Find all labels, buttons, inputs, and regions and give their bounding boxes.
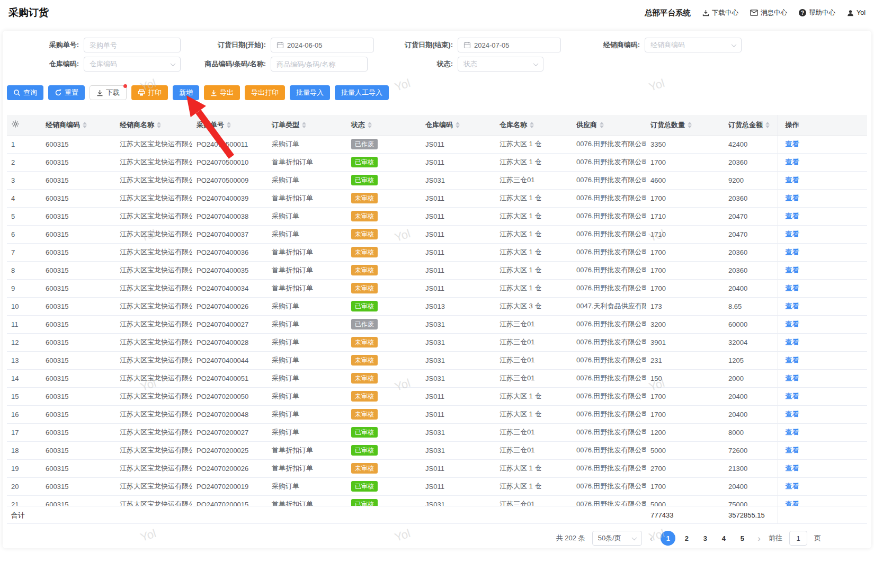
supplier: 0076.田野批发有限公司 bbox=[572, 243, 646, 261]
total-qty: 1700 bbox=[646, 387, 724, 405]
export-button[interactable]: 导出 bbox=[204, 85, 240, 100]
sort-icon[interactable] bbox=[227, 122, 231, 128]
view-link[interactable]: 查看 bbox=[786, 410, 799, 418]
view-link[interactable]: 查看 bbox=[786, 284, 799, 292]
view-link[interactable]: 查看 bbox=[786, 374, 799, 382]
page-button-4[interactable]: 4 bbox=[716, 531, 731, 546]
batch-manual-import-button[interactable]: 批量人工导入 bbox=[335, 85, 389, 100]
status-cell: 已审核 bbox=[347, 171, 421, 189]
batch-import-button[interactable]: 批量导入 bbox=[290, 85, 330, 100]
reset-button[interactable]: 重置 bbox=[48, 85, 85, 100]
download-button[interactable]: 下载 bbox=[90, 85, 127, 100]
column-header[interactable]: 供应商 bbox=[572, 115, 646, 135]
help-center-link[interactable]: ? 帮助中心 bbox=[799, 8, 835, 17]
status-select[interactable]: 状态 bbox=[458, 57, 543, 72]
column-header[interactable]: 订货总金额 bbox=[724, 115, 778, 135]
view-link[interactable]: 查看 bbox=[786, 500, 799, 506]
view-link[interactable]: 查看 bbox=[786, 464, 799, 472]
order-type: 采购订单 bbox=[267, 207, 347, 225]
content-card: 采购单号: 订货日期(开始): 2024-06-05 订货日期(结束): 202… bbox=[3, 31, 871, 548]
table-row: 10600315江苏大区宝龙快运有限公…PO24070400026采购订单已审核… bbox=[7, 297, 867, 315]
table-row: 16600315江苏大区宝龙快运有限公…PO24070200048采购订单未审核… bbox=[7, 405, 867, 423]
batch-manual-import-label: 批量人工导入 bbox=[341, 88, 382, 97]
status-badge: 未审核 bbox=[351, 355, 378, 366]
column-header[interactable]: 仓库编码 bbox=[421, 115, 495, 135]
status-cell: 已审核 bbox=[347, 441, 421, 459]
view-link[interactable]: 查看 bbox=[786, 356, 799, 364]
query-button[interactable]: 查询 bbox=[7, 85, 43, 100]
table-row: 9600315江苏大区宝龙快运有限公…PO24070400034首单折扣订单未审… bbox=[7, 279, 867, 297]
total-qty: 5000 bbox=[646, 441, 724, 459]
column-header[interactable]: 采购单号 bbox=[192, 115, 267, 135]
next-page-button[interactable]: › bbox=[756, 534, 762, 543]
view-link[interactable]: 查看 bbox=[786, 482, 799, 490]
purchase-no-input[interactable] bbox=[84, 38, 181, 52]
action-cell: 查看 bbox=[778, 405, 867, 423]
page-button-5[interactable]: 5 bbox=[735, 531, 750, 546]
user-menu[interactable]: Yol bbox=[847, 9, 866, 16]
date-start-input[interactable]: 2024-06-05 bbox=[271, 38, 374, 52]
po-number: PO24070400037 bbox=[192, 225, 267, 243]
column-header[interactable]: 订货总数量 bbox=[646, 115, 724, 135]
column-settings-button[interactable] bbox=[7, 115, 41, 135]
view-link[interactable]: 查看 bbox=[786, 266, 799, 274]
row-index: 12 bbox=[7, 333, 41, 351]
sort-icon[interactable] bbox=[456, 122, 460, 128]
action-cell: 查看 bbox=[778, 315, 867, 333]
message-center-link[interactable]: 消息中心 bbox=[750, 8, 787, 17]
download-center-link[interactable]: 下载中心 bbox=[702, 8, 738, 17]
sort-icon[interactable] bbox=[600, 122, 604, 128]
sort-icon[interactable] bbox=[530, 122, 534, 128]
view-link[interactable]: 查看 bbox=[786, 446, 799, 454]
view-link[interactable]: 查看 bbox=[786, 338, 799, 346]
view-link[interactable]: 查看 bbox=[786, 158, 799, 166]
view-link[interactable]: 查看 bbox=[786, 302, 799, 310]
add-button[interactable]: 新增 bbox=[173, 85, 199, 100]
view-link[interactable]: 查看 bbox=[786, 320, 799, 328]
view-link[interactable]: 查看 bbox=[786, 230, 799, 238]
table-row: 2600315江苏大区宝龙快运有限公…PO24070500010首单折扣订单已审… bbox=[7, 153, 867, 171]
total-qty: 3901 bbox=[646, 333, 724, 351]
page-button-3[interactable]: 3 bbox=[698, 531, 712, 546]
dealer-code: 600315 bbox=[41, 423, 115, 441]
dealer-code-select[interactable]: 经销商编码 bbox=[645, 38, 742, 52]
page-button-1[interactable]: 1 bbox=[661, 531, 675, 546]
po-number: PO24070200026 bbox=[192, 459, 267, 477]
view-link[interactable]: 查看 bbox=[786, 194, 799, 202]
po-number: PO24070400038 bbox=[192, 207, 267, 225]
sort-icon[interactable] bbox=[368, 122, 372, 128]
sort-icon[interactable] bbox=[688, 122, 692, 128]
column-header[interactable]: 经销商编码 bbox=[41, 115, 115, 135]
total-amount: 60000 bbox=[724, 315, 778, 333]
view-link[interactable]: 查看 bbox=[786, 392, 799, 400]
status-badge: 未审核 bbox=[351, 265, 378, 275]
goto-page-input[interactable] bbox=[789, 531, 807, 546]
warehouse-code-select[interactable]: 仓库编码 bbox=[84, 57, 181, 72]
sort-icon[interactable] bbox=[765, 122, 770, 128]
dealer-name: 江苏大区宝龙快运有限公… bbox=[115, 477, 192, 495]
warehouse-name: 江苏三仓01 bbox=[495, 441, 572, 459]
view-link[interactable]: 查看 bbox=[786, 212, 799, 220]
supplier: 0076.田野批发有限公司 bbox=[572, 369, 646, 387]
column-header[interactable]: 状态 bbox=[347, 115, 421, 135]
view-link[interactable]: 查看 bbox=[786, 248, 799, 256]
column-header[interactable]: 订单类型 bbox=[267, 115, 347, 135]
print-button[interactable]: 打印 bbox=[131, 85, 168, 100]
sort-icon[interactable] bbox=[83, 122, 87, 128]
sort-icon[interactable] bbox=[302, 122, 306, 128]
view-link[interactable]: 查看 bbox=[786, 428, 799, 436]
sort-icon[interactable] bbox=[157, 122, 161, 128]
page-button-2[interactable]: 2 bbox=[679, 531, 694, 546]
prev-page-button[interactable]: ‹ bbox=[649, 534, 654, 543]
view-link[interactable]: 查看 bbox=[786, 176, 799, 184]
action-cell: 查看 bbox=[778, 225, 867, 243]
view-link[interactable]: 查看 bbox=[786, 140, 799, 148]
column-header[interactable]: 仓库名称 bbox=[495, 115, 572, 135]
date-end-input[interactable]: 2024-07-05 bbox=[458, 38, 561, 52]
page-size-select[interactable]: 50条/页 bbox=[592, 531, 642, 546]
product-input[interactable] bbox=[271, 57, 368, 72]
column-header[interactable]: 经销商名称 bbox=[115, 115, 192, 135]
column-header-label: 订货总数量 bbox=[650, 121, 685, 129]
export-print-button[interactable]: 导出打印 bbox=[245, 85, 285, 100]
dealer-code: 600315 bbox=[41, 441, 115, 459]
